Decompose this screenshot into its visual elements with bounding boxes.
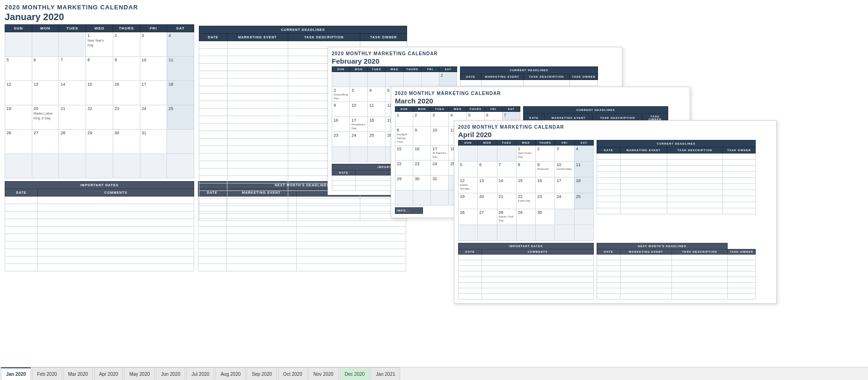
- table-cell: 5: [459, 161, 478, 177]
- table-cell: [199, 139, 227, 146]
- table-cell: 4: [368, 87, 386, 102]
- table-cell: [723, 166, 756, 172]
- table-cell: [38, 227, 194, 234]
- table-cell: [620, 260, 672, 266]
- table-cell: [332, 72, 350, 87]
- table-cell: [482, 266, 594, 271]
- tab-oct-2020[interactable]: Oct 2020: [278, 367, 307, 380]
- table-cell: 3: [140, 32, 167, 57]
- tab-jan-2020[interactable]: Jan 2020: [1, 367, 31, 380]
- table-cell: [620, 277, 672, 283]
- col-date: DATE: [199, 34, 227, 41]
- table-cell: [728, 266, 756, 271]
- table-cell: [723, 208, 756, 214]
- table-cell: [597, 294, 620, 300]
- table-cell: [667, 196, 723, 202]
- table-cell: [226, 241, 297, 249]
- table-cell: 2: [413, 112, 431, 127]
- table-cell: [5, 154, 32, 178]
- table-cell: [226, 234, 297, 241]
- table-cell: 7: [59, 57, 86, 81]
- table-cell: [728, 277, 756, 283]
- tab-apr-2020[interactable]: Apr 2020: [94, 367, 124, 380]
- table-cell: [620, 166, 667, 172]
- day-header: MON: [413, 107, 431, 112]
- tab-may-2020[interactable]: May 2020: [124, 367, 155, 380]
- table-cell: [5, 212, 38, 219]
- table-cell: [482, 260, 594, 266]
- table-cell: [5, 204, 38, 212]
- table-cell: 11: [167, 57, 194, 81]
- table-cell: [597, 153, 620, 160]
- table-cell: [350, 72, 368, 87]
- table-cell: 24: [431, 160, 449, 175]
- tab-sep-2020[interactable]: Sep 2020: [247, 367, 277, 380]
- tab-bar: Jan 2020 Feb 2020 Mar 2020 Apr 2020 May …: [0, 367, 868, 380]
- table-cell: 16: [332, 117, 350, 132]
- table-cell: [199, 71, 227, 79]
- day-header: SUN: [332, 67, 350, 72]
- apr-deadlines-table: CURRENT DEADLINES DATE MARKETING EVENT T…: [597, 140, 756, 214]
- table-cell: [597, 288, 620, 294]
- table-cell: [597, 160, 620, 166]
- table-cell: [5, 197, 38, 204]
- mar-month-title: March 2020: [395, 97, 686, 105]
- table-cell: [199, 79, 227, 86]
- table-cell: 30: [413, 175, 431, 190]
- table-cell: [723, 160, 756, 166]
- day-header: THURS: [536, 140, 555, 146]
- table-cell: [597, 283, 620, 288]
- table-cell: [38, 264, 194, 271]
- table-cell: 10: [350, 102, 368, 117]
- table-cell: [5, 249, 38, 256]
- table-cell: 29: [86, 130, 113, 154]
- table-cell: 18: [368, 117, 386, 132]
- table-cell: [460, 80, 481, 86]
- tab-mar-2020[interactable]: Mar 2020: [63, 367, 93, 380]
- table-cell: [227, 146, 288, 153]
- tab-dec-2020[interactable]: Dec 2020: [340, 367, 370, 380]
- table-cell: 18: [574, 177, 593, 193]
- day-header: TUES: [431, 107, 449, 112]
- day-header: WED: [386, 67, 403, 72]
- apr-important-dates-title: IMPORTANT DATES: [459, 243, 594, 249]
- col-event: MARKETING EVENT: [481, 74, 523, 80]
- table-cell: [459, 283, 482, 288]
- table-cell: [199, 86, 227, 94]
- table-cell: 17: [555, 177, 574, 193]
- table-cell: [199, 206, 227, 213]
- table-cell: 3: [350, 87, 368, 102]
- tab-aug-2020[interactable]: Aug 2020: [215, 367, 246, 380]
- table-cell: [723, 190, 756, 196]
- table-cell: [198, 227, 226, 234]
- tab-jan-2021[interactable]: Jan 2021: [371, 367, 400, 380]
- table-cell: [5, 227, 38, 234]
- table-cell: [199, 183, 227, 191]
- table-cell: [459, 294, 482, 300]
- table-cell: [297, 249, 406, 256]
- table-cell: 9: [332, 102, 350, 117]
- table-cell: [667, 172, 723, 178]
- table-cell: 6: [478, 161, 497, 177]
- col-desc: TASK DESCRIPTION: [672, 249, 728, 255]
- day-header: MON: [350, 67, 368, 72]
- tab-jul-2020[interactable]: Jul 2020: [186, 367, 214, 380]
- table-cell: 23: [413, 160, 431, 175]
- table-cell: [574, 225, 593, 241]
- table-cell: 12Easter Sunday: [459, 177, 478, 193]
- tab-feb-2020[interactable]: Feb 2020: [32, 367, 62, 380]
- table-cell: [482, 283, 594, 288]
- table-cell: 14: [59, 81, 86, 105]
- table-cell: [459, 260, 482, 266]
- table-cell: [728, 288, 756, 294]
- table-cell: [288, 198, 360, 206]
- table-cell: [482, 271, 594, 277]
- table-cell: [620, 178, 667, 184]
- table-cell: [297, 227, 406, 234]
- tab-nov-2020[interactable]: Nov 2020: [308, 367, 339, 380]
- tab-jun-2020[interactable]: Jun 2020: [156, 367, 185, 380]
- table-cell: [723, 172, 756, 178]
- table-cell: 27: [32, 130, 59, 154]
- table-cell: 31: [431, 175, 449, 190]
- table-cell: 19: [5, 105, 32, 130]
